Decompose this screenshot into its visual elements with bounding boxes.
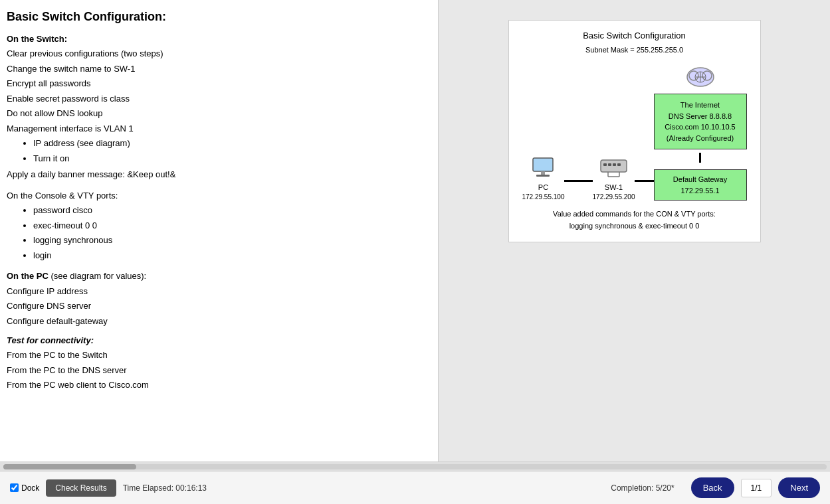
test-header: Test for connectivity:	[7, 335, 428, 345]
pc-step-1: Configure IP address	[7, 285, 428, 298]
svg-rect-7	[617, 163, 621, 166]
switch-step-4: Enable secret password is class	[7, 92, 428, 106]
pc-header-rest: (see diagram for values):	[49, 271, 146, 281]
pc-label: PC	[538, 183, 548, 191]
console-section: On the Console & VTY ports: password cis…	[7, 189, 428, 262]
pc-icon	[526, 155, 560, 181]
switch-step-3: Encrypt all passwords	[7, 77, 428, 90]
completion-label: Completion: 5/20*	[611, 483, 674, 493]
svg-rect-5	[608, 163, 611, 166]
connection-line-1	[564, 180, 592, 182]
left-panel: Basic Switch Configuration: On the Switc…	[0, 0, 439, 462]
scrollbar-thumb[interactable]	[3, 464, 136, 469]
gateway-line2: 172.29.55.1	[661, 185, 740, 197]
scrollbar-track[interactable]	[3, 464, 827, 469]
switch-step-2: Change the switch name to SW-1	[7, 62, 428, 76]
router-icon	[684, 64, 717, 90]
note-line1: Value added commands for the CON & VTY p…	[522, 209, 747, 220]
gateway-line1: Default Gateway	[661, 174, 740, 185]
console-list: password cisco exec-timeout 0 0 logging …	[33, 204, 428, 262]
pc-step-2: Configure DNS server	[7, 299, 428, 313]
dock-checkbox[interactable]	[10, 483, 19, 492]
switch-device: SW-1 172.29.55.200	[593, 155, 635, 201]
test-step-1: From the PC to the Switch	[7, 349, 428, 362]
bottom-bar: Dock Check Results Time Elapsed: 00:16:1…	[0, 471, 830, 504]
time-elapsed-label: Time Elapsed:	[123, 483, 173, 493]
page-indicator: 1/1	[741, 479, 772, 497]
internet-box: The Internet DNS Server 8.8.8.8 Cisco.co…	[654, 94, 747, 149]
time-elapsed: Time Elapsed: 00:16:13	[123, 483, 605, 493]
switch-label: SW-1	[605, 183, 623, 191]
switch-section-header: On the Switch:	[7, 34, 428, 44]
network-diagram: Basic Switch Configuration Subnet Mask =…	[508, 20, 761, 242]
subnet-label: Subnet Mask = 255.255.255.0	[522, 46, 747, 54]
pc-header-bold: On the PC	[7, 271, 49, 281]
check-results-button[interactable]: Check Results	[46, 479, 116, 497]
back-button[interactable]: Back	[691, 477, 734, 498]
test-step-2: From the PC to the DNS server	[7, 364, 428, 377]
internet-line4: (Already Configured)	[663, 133, 738, 144]
svg-rect-4	[603, 163, 607, 166]
console-header: On the Console & VTY ports:	[7, 189, 428, 203]
svg-point-12	[689, 71, 698, 80]
vlan-item-2: Turn it on	[33, 152, 428, 165]
svg-rect-0	[533, 158, 553, 171]
svg-point-13	[702, 71, 712, 80]
switch-step-6: Management interface is VLAN 1	[7, 122, 428, 135]
console-item-3: logging synchronous	[33, 234, 428, 247]
svg-rect-2	[536, 175, 550, 177]
pc-ip: 172.29.55.100	[522, 193, 565, 201]
switch-section: On the Switch: Clear previous configurat…	[7, 34, 428, 181]
right-panel: Basic Switch Configuration Subnet Mask =…	[439, 0, 830, 462]
switch-step-1: Clear previous configurations (two steps…	[7, 47, 428, 60]
banner-line: Apply a daily banner message: &Keep out!…	[7, 168, 428, 181]
switch-ip: 172.29.55.200	[593, 193, 635, 201]
dock-label: Dock	[21, 483, 39, 493]
console-item-2: exec-timeout 0 0	[33, 219, 428, 232]
connection-line-3	[699, 153, 701, 163]
pc-step-3: Configure default-gateway	[7, 315, 428, 328]
vlan-list: IP address (see diagram) Turn it on	[33, 137, 428, 165]
internet-line1: The Internet	[663, 100, 738, 111]
diagram-note: Value added commands for the CON & VTY p…	[522, 209, 747, 232]
pc-header-line: On the PC (see diagram for values):	[7, 270, 428, 283]
dock-checkbox-container[interactable]: Dock	[10, 483, 39, 493]
console-item-1: password cisco	[33, 204, 428, 217]
time-value: 00:16:13	[175, 483, 207, 493]
gateway-box: Default Gateway 172.29.55.1	[654, 169, 747, 201]
switch-step-5: Do not allow DNS lookup	[7, 107, 428, 120]
switch-icon	[597, 155, 630, 181]
bottom-scrollbar[interactable]	[0, 462, 830, 471]
test-step-3: From the PC web client to Cisco.com	[7, 378, 428, 392]
vlan-item-1: IP address (see diagram)	[33, 137, 428, 150]
next-button[interactable]: Next	[778, 477, 820, 498]
svg-rect-6	[613, 163, 616, 166]
pc-section: On the PC (see diagram for values): Conf…	[7, 270, 428, 327]
internet-line3: Cisco.com 10.10.10.5	[663, 122, 738, 133]
connection-line-2	[635, 180, 653, 182]
note-line2: logging synchronous & exec-timeout 0 0	[522, 220, 747, 232]
diagram-title: Basic Switch Configuration	[522, 31, 747, 41]
svg-rect-1	[541, 171, 545, 175]
console-item-4: login	[33, 249, 428, 262]
test-section: Test for connectivity: From the PC to th…	[7, 335, 428, 392]
internet-line2: DNS Server 8.8.8.8	[663, 111, 738, 122]
page-title: Basic Switch Configuration:	[7, 10, 428, 24]
pc-device: PC 172.29.55.100	[522, 155, 565, 201]
